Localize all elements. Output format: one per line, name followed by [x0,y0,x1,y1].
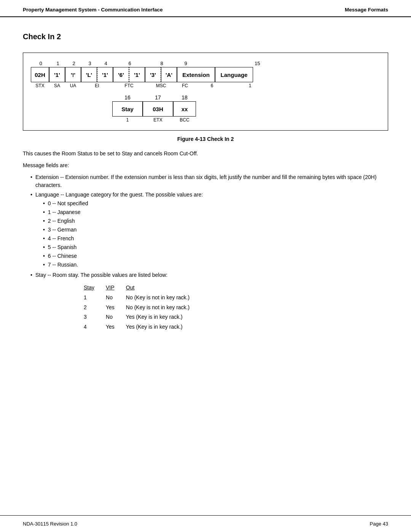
cell-1c: '1' [129,67,145,82]
label-ua: UA [65,83,81,88]
figure-caption: Figure 4-13 Check In 2 [23,136,388,142]
out-val-4: Yes (Key is in key rack.) [126,322,201,332]
diagram-row1-cells: 02H '1' '!' 'L' '1' '6' '1' '3' 'A' Exte… [31,67,376,82]
cell-language: Language [215,67,253,82]
stay-table: Stay VIP Out 1 No No (Key is not in key … [84,283,201,332]
language-sub-list: 0 -- Not specified 1 -- Japanese 2 -- En… [43,200,203,269]
cell-3: '3' [145,67,161,82]
cell-1a: '1' [49,67,65,82]
stay-val-2: 2 [84,303,106,313]
label-sa: SA [49,83,65,88]
label-ei: EI [81,83,113,88]
lang-7: 7 -- Russian. [43,261,203,269]
out-val-3: Yes (Key is in key rack.) [126,312,201,322]
lang-6: 6 -- Chinese [43,252,203,260]
lang-5: 5 -- Spanish [43,243,203,251]
stay-col-header: Stay [84,283,106,293]
col-num-15: 15 [232,61,270,66]
main-bullet-list: Extension -- Extension number. If the ex… [30,173,388,279]
stay-val-1: 1 [84,293,106,303]
cell-02H: 02H [31,67,49,82]
col-num-gap3 [194,61,232,66]
lang-1: 1 -- Japanese [43,208,203,216]
cell-1b: '1' [97,67,113,82]
vip-col-header: VIP [106,283,126,293]
stay-row-1: 1 No No (Key is not in key rack.) [84,293,201,303]
out-val-1: No (Key is not in key rack.) [126,293,201,303]
cell-03H: 03H [143,101,173,117]
col-num-0: 0 [32,61,50,66]
label-fc: FC [177,83,193,88]
cell-extension: Extension [177,67,215,82]
lang-2: 2 -- English [43,217,203,225]
vip-val-4: Yes [106,322,126,332]
label-etx: ETX [143,117,173,123]
lang-0: 0 -- Not specified [43,200,203,208]
cell-xx: xx [173,101,196,117]
label-6: 6 [193,83,231,88]
label-stx: STX [31,83,49,88]
col-num-3: 3 [82,61,98,66]
stay-row-4: 4 Yes Yes (Key is in key rack.) [84,322,201,332]
diagram-container: 0 1 2 3 4 6 8 9 15 02H '1' '!' 'L' '1' '… [23,53,388,131]
cell-excl: '!' [65,67,81,82]
stay-table-container: Stay VIP Out 1 No No (Key is not in key … [84,283,388,332]
col-num-2: 2 [66,61,82,66]
cell-6: '6' [113,67,129,82]
bullet-language: Language -- Language category for the gu… [30,191,388,270]
page-content: Check In 2 0 1 2 3 4 6 8 9 15 02H '1' '!… [0,17,411,359]
bullet-stay-text: Stay -- Room stay. The possible values a… [35,271,167,279]
diagram-row1-numbers: 0 1 2 3 4 6 8 9 15 [31,61,376,66]
footer-left: NDA-30115 Revision 1.0 [23,521,77,527]
page-header: Property Management System - Communicati… [0,0,411,17]
col-num-17: 17 [143,94,173,101]
col-num-1: 1 [50,61,66,66]
bullet-stay: Stay -- Room stay. The possible values a… [30,271,388,279]
stay-row-3: 3 No Yes (Key is in key rack.) [84,312,201,322]
out-col-header: Out [126,283,201,293]
header-left: Property Management System - Communicati… [23,7,163,13]
body-intro2: Message fields are: [23,161,388,169]
header-right: Message Formats [345,7,388,13]
vip-val-2: Yes [106,303,126,313]
col-num-18: 18 [173,94,196,101]
col-num-gap1: 6 [114,61,146,66]
bullet-extension: Extension -- Extension number. If the ex… [30,173,388,189]
body-intro1: This causes the Room Status to be set to… [23,150,388,158]
vip-val-1: No [106,293,126,303]
stay-table-header: Stay VIP Out [84,283,201,293]
label-1b: 1 [112,117,143,123]
diagram-row1-labels: STX SA UA EI FTC MSC FC 6 1 [31,83,376,88]
cell-L: 'L' [81,67,97,82]
bullet-language-content: Language -- Language category for the gu… [35,191,203,270]
diagram-row2-numbers: 16 17 18 [31,94,376,101]
out-val-2: No (Key is not in key rack.) [126,303,201,313]
cell-A: 'A' [161,67,177,82]
col-num-9: 9 [178,61,194,66]
stay-val-3: 3 [84,312,106,322]
bullet-extension-text: Extension -- Extension number. If the ex… [35,173,388,189]
footer-right: Page 43 [370,521,388,527]
vip-val-3: No [106,312,126,322]
stay-row-2: 2 Yes No (Key is not in key rack.) [84,303,201,313]
label-msc: MSC [145,83,177,88]
label-ftc: FTC [113,83,145,88]
lang-3: 3 -- German [43,226,203,234]
section-title: Check In 2 [23,32,388,41]
cell-stay: Stay [112,101,143,117]
stay-val-4: 4 [84,322,106,332]
lang-4: 4 -- French [43,235,203,243]
page-footer: NDA-30115 Revision 1.0 Page 43 [0,515,411,532]
col-num-4: 4 [98,61,114,66]
diagram-row2-cells: Stay 03H xx [31,101,376,117]
col-num-gap2: 8 [146,61,178,66]
label-bcc: BCC [173,117,196,123]
label-1: 1 [231,83,269,88]
diagram-row2-labels: 1 ETX BCC [31,117,376,123]
col-num-16: 16 [112,94,143,101]
